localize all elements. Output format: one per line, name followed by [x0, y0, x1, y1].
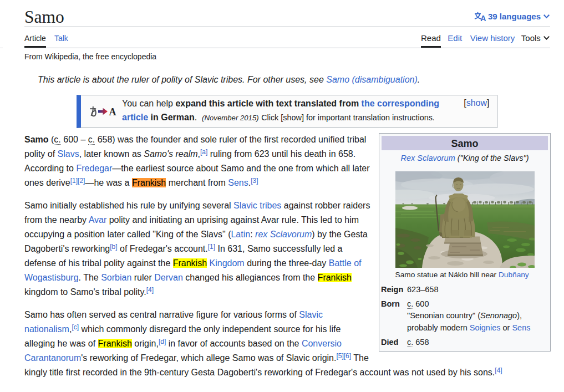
svg-text:A: A	[480, 14, 486, 21]
svg-text:A: A	[109, 106, 116, 117]
